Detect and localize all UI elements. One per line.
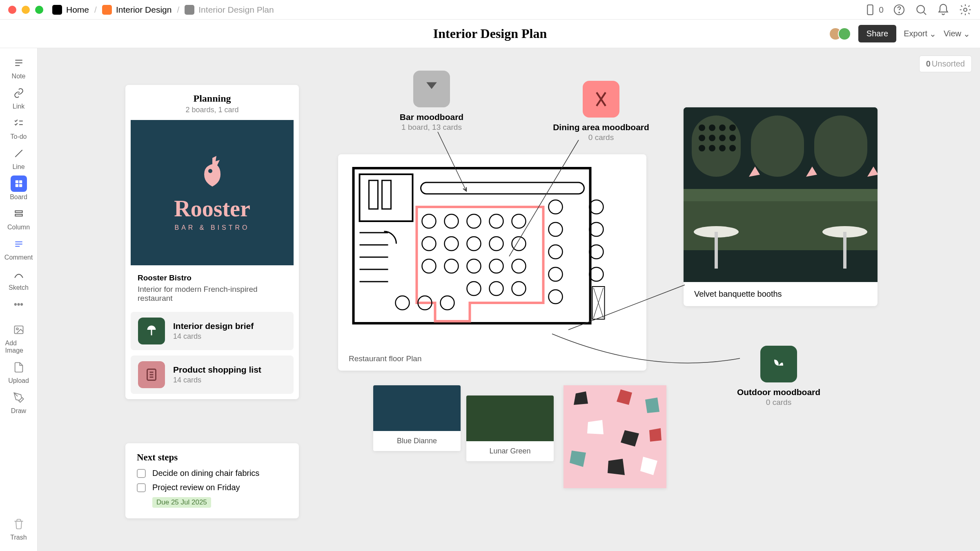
svg-point-36 <box>490 259 503 273</box>
svg-point-56 <box>709 124 715 131</box>
svg-point-43 <box>549 245 563 259</box>
svg-point-39 <box>490 282 503 295</box>
planning-desc-title: Rooster Bistro <box>138 273 192 282</box>
window-controls <box>8 6 43 14</box>
swatch-blue-dianne[interactable]: Blue Dianne <box>373 385 461 451</box>
todo-item[interactable]: Project review on Friday <box>137 483 287 492</box>
outdoor-moodboard-tile[interactable]: Outdoor moodboard 0 cards <box>724 346 834 407</box>
device-count-value: 0 <box>879 5 884 15</box>
todo-item[interactable]: Decide on dining chair fabrics <box>137 469 287 478</box>
svg-point-62 <box>729 135 736 141</box>
more-icon: ••• <box>11 296 27 313</box>
svg-marker-74 <box>617 389 632 405</box>
svg-point-49 <box>590 267 604 281</box>
tool-more[interactable]: ••• <box>5 296 32 313</box>
folder-icon <box>102 5 112 15</box>
svg-rect-0 <box>868 5 873 15</box>
svg-rect-5 <box>15 180 18 183</box>
tool-upload[interactable]: Upload <box>5 359 32 384</box>
svg-point-25 <box>467 214 481 228</box>
checkbox[interactable] <box>137 469 146 478</box>
svg-rect-18 <box>382 180 391 209</box>
canvas[interactable]: 0Unsorted Planning 2 boards, 1 card Roos… <box>38 48 980 551</box>
list-icon <box>138 361 165 388</box>
svg-rect-19 <box>421 182 584 194</box>
svg-rect-54 <box>814 116 867 177</box>
svg-point-34 <box>445 259 459 273</box>
svg-marker-73 <box>574 391 588 405</box>
brand-name: Rooster <box>174 196 250 222</box>
checkbox[interactable] <box>137 483 146 492</box>
next-steps-card[interactable]: Next steps Decide on dining chair fabric… <box>125 443 299 518</box>
tool-trash[interactable]: Trash <box>5 516 32 541</box>
photo-image <box>684 107 878 282</box>
breadcrumb-separator: / <box>177 5 179 15</box>
floor-plan-svg <box>348 164 637 340</box>
minimize-window-icon[interactable] <box>22 6 30 14</box>
board-icon <box>185 5 194 15</box>
svg-point-37 <box>512 259 526 273</box>
tool-todo[interactable]: To-do <box>5 115 32 140</box>
svg-rect-7 <box>15 184 18 187</box>
floor-plan-card[interactable]: Restaurant floor Plan <box>338 154 646 371</box>
svg-point-48 <box>590 245 604 259</box>
svg-point-45 <box>549 290 563 304</box>
svg-rect-53 <box>751 116 804 177</box>
breadcrumb-mid[interactable]: Interior Design <box>102 5 172 15</box>
svg-point-20 <box>396 296 410 310</box>
tool-draw[interactable]: Draw <box>5 389 32 415</box>
close-window-icon[interactable] <box>8 6 16 14</box>
unsorted-badge[interactable]: 0Unsorted <box>919 56 972 72</box>
device-count[interactable]: 0 <box>864 3 884 16</box>
next-steps-title: Next steps <box>137 452 287 463</box>
terrazzo-pattern <box>564 385 666 488</box>
svg-point-35 <box>467 259 481 273</box>
breadcrumb: Home / Interior Design / Interior Design… <box>52 5 274 15</box>
maximize-window-icon[interactable] <box>35 6 43 14</box>
svg-point-41 <box>549 200 563 214</box>
tool-add-image[interactable]: Add Image <box>5 322 32 354</box>
tool-sidebar: Note Link To-do Line Board Column Commen… <box>0 48 38 551</box>
tool-sketch[interactable]: Sketch <box>5 266 32 291</box>
planning-board-card[interactable]: Planning 2 boards, 1 card Rooster BAR & … <box>125 85 299 399</box>
breadcrumb-home[interactable]: Home <box>52 5 89 15</box>
photo-card[interactable]: Velvet banquette booths <box>684 107 878 306</box>
swatch-lunar-green[interactable]: Lunar Green <box>466 395 554 461</box>
svg-rect-70 <box>715 232 718 269</box>
svg-point-26 <box>490 214 503 228</box>
tool-comment[interactable]: Comment <box>5 236 32 261</box>
planning-row-brief[interactable]: Interior design brief14 cards <box>131 312 294 350</box>
help-icon[interactable] <box>893 3 906 16</box>
bell-icon[interactable] <box>937 3 950 16</box>
dining-moodboard-tile[interactable]: Dining area moodboard 0 cards <box>548 81 654 142</box>
todo-icon <box>13 118 24 129</box>
tool-line[interactable]: Line <box>5 145 32 171</box>
planning-subtitle: 2 boards, 1 card <box>125 106 299 114</box>
breadcrumb-current[interactable]: Interior Design Plan <box>185 5 274 15</box>
tool-note[interactable]: Note <box>5 55 32 80</box>
export-menu[interactable]: Export⌄ <box>904 29 936 39</box>
breadcrumb-separator: / <box>94 5 97 15</box>
svg-point-29 <box>445 237 459 251</box>
note-icon <box>13 58 24 68</box>
terrazzo-swatch[interactable] <box>564 385 666 488</box>
brand-cover: Rooster BAR & BISTRO <box>131 120 294 265</box>
svg-point-55 <box>699 124 705 131</box>
search-icon[interactable] <box>915 3 928 16</box>
breadcrumb-home-label: Home <box>66 5 89 15</box>
svg-point-57 <box>719 124 726 131</box>
share-button[interactable]: Share <box>858 25 896 42</box>
svg-point-30 <box>467 237 481 251</box>
svg-point-12 <box>16 328 18 330</box>
bar-moodboard-tile[interactable]: Bar moodboard 1 board, 13 cards <box>385 71 479 132</box>
lamp-icon <box>138 318 165 344</box>
floor-plan-label: Restaurant floor Plan <box>349 354 422 363</box>
planning-row-shopping[interactable]: Product shopping list14 cards <box>131 355 294 394</box>
tool-board[interactable]: Board <box>5 176 32 201</box>
gear-icon[interactable] <box>959 3 972 16</box>
collaborator-avatars[interactable] <box>829 27 851 40</box>
upload-icon <box>13 362 24 373</box>
tool-link[interactable]: Link <box>5 85 32 110</box>
view-menu[interactable]: View⌄ <box>944 29 970 39</box>
tool-column[interactable]: Column <box>5 206 32 231</box>
